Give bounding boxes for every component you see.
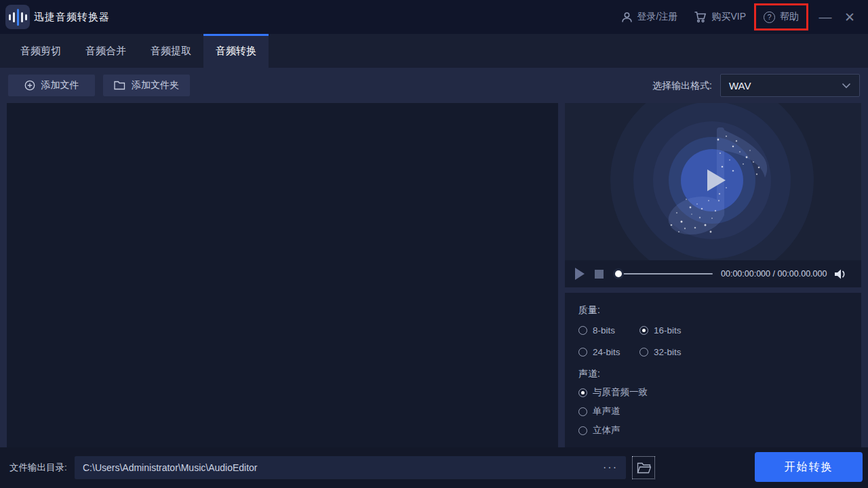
close-button[interactable]: ✕ xyxy=(840,9,860,25)
login-register-label: 登录/注册 xyxy=(637,11,678,23)
radio-24bits[interactable]: 24-bits xyxy=(578,347,620,357)
app-logo-icon xyxy=(5,5,30,29)
player-controls: 00:00:00:000 / 00:00.00.000 xyxy=(565,260,861,287)
stop-button[interactable] xyxy=(595,270,604,279)
open-folder-icon xyxy=(637,462,651,474)
radio-icon xyxy=(578,407,587,416)
right-panel: 00:00:00:000 / 00:00.00.000 质量: 8-bits 1… xyxy=(565,103,861,447)
quality-label: 质量: xyxy=(578,304,600,317)
radio-icon xyxy=(578,348,587,357)
minimize-button[interactable]: — xyxy=(815,9,835,24)
app-title: 迅捷音频转换器 xyxy=(34,0,110,34)
radio-icon xyxy=(578,426,587,435)
user-icon xyxy=(621,12,633,23)
time-display: 00:00:00:000 / 00:00.00.000 xyxy=(721,269,827,279)
radio-icon xyxy=(639,348,648,357)
footer-bar: 文件输出目录: C:\Users\Administrator\Music\Aud… xyxy=(0,447,868,488)
current-time: 00:00:00:000 xyxy=(721,269,770,279)
tab-audio-cut[interactable]: 音频剪切 xyxy=(8,34,73,68)
radio-channel-original[interactable]: 与原音频一致 xyxy=(578,386,648,399)
output-dir-value: C:\Users\Administrator\Music\AudioEditor xyxy=(83,462,258,473)
app-window: 迅捷音频转换器 登录/注册 购买VIP ? 帮助 — ✕ 音频剪 xyxy=(0,0,868,488)
output-format-dropdown[interactable]: WAV xyxy=(720,74,860,97)
radio-icon xyxy=(578,326,587,335)
add-file-button[interactable]: 添加文件 xyxy=(8,75,95,96)
chevron-down-icon xyxy=(842,83,851,89)
add-folder-button[interactable]: 添加文件夹 xyxy=(103,75,190,96)
tab-audio-convert[interactable]: 音频转换 xyxy=(203,34,269,68)
total-time: 00:00.00.000 xyxy=(777,269,827,279)
radio-32bits[interactable]: 32-bits xyxy=(639,347,682,357)
radio-8bits[interactable]: 8-bits xyxy=(578,325,615,336)
tab-audio-merge[interactable]: 音频合并 xyxy=(73,34,138,68)
seek-track xyxy=(614,273,713,274)
radio-icon-checked xyxy=(578,388,587,397)
tab-audio-extract[interactable]: 音频提取 xyxy=(138,34,203,68)
buy-vip-button[interactable]: 购买VIP xyxy=(694,11,746,23)
output-dir-label: 文件输出目录: xyxy=(9,447,67,488)
settings-panel: 质量: 8-bits 16-bits 24-bits 32-bits 声道: 与… xyxy=(565,293,861,447)
folder-icon xyxy=(114,81,125,90)
add-folder-label: 添加文件夹 xyxy=(132,79,179,92)
browse-more-button[interactable]: ··· xyxy=(603,462,618,474)
seek-slider[interactable] xyxy=(614,269,713,279)
radio-channel-mono[interactable]: 单声道 xyxy=(578,405,620,418)
help-label: 帮助 xyxy=(780,11,799,23)
start-convert-button[interactable]: 开始转换 xyxy=(755,452,863,482)
output-format-label: 选择输出格式: xyxy=(652,68,712,103)
volume-icon[interactable] xyxy=(833,268,847,280)
help-icon: ? xyxy=(764,12,775,23)
radio-icon-checked xyxy=(639,326,648,335)
login-register-button[interactable]: 登录/注册 xyxy=(621,11,678,23)
open-folder-button[interactable] xyxy=(632,456,655,479)
titlebar: 迅捷音频转换器 登录/注册 购买VIP ? 帮助 — ✕ xyxy=(0,0,868,34)
cart-icon xyxy=(694,11,707,23)
output-format-value: WAV xyxy=(729,80,751,92)
buy-vip-label: 购买VIP xyxy=(711,11,746,23)
file-list[interactable] xyxy=(7,103,558,447)
output-dir-input[interactable]: C:\Users\Administrator\Music\AudioEditor… xyxy=(75,456,626,479)
radio-16bits[interactable]: 16-bits xyxy=(639,325,682,336)
channel-label: 声道: xyxy=(578,368,600,380)
player-preview xyxy=(565,103,861,260)
tab-bar: 音频剪切 音频合并 音频提取 音频转换 xyxy=(0,34,868,68)
radio-channel-stereo[interactable]: 立体声 xyxy=(578,424,620,436)
seek-thumb[interactable] xyxy=(615,270,622,277)
time-separator: / xyxy=(772,269,774,279)
add-file-label: 添加文件 xyxy=(41,79,79,92)
big-play-button[interactable] xyxy=(707,169,726,191)
toolbar: 添加文件 添加文件夹 选择输出格式: WAV xyxy=(0,68,868,103)
play-button[interactable] xyxy=(575,268,585,280)
help-button[interactable]: ? 帮助 xyxy=(754,3,808,30)
plus-circle-icon xyxy=(24,80,35,91)
